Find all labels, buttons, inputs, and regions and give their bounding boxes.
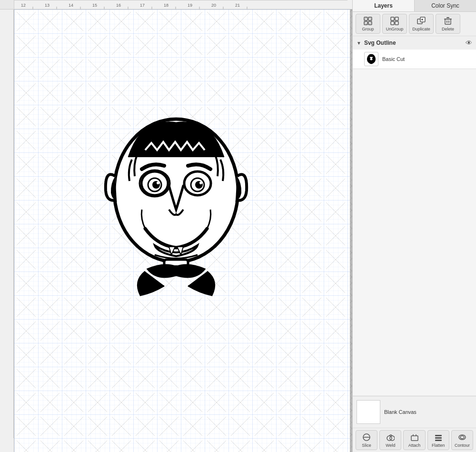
flatten-label: Flatten xyxy=(432,443,445,448)
canvas-area: 12 13 14 15 16 17 18 19 20 21 xyxy=(0,0,352,452)
svg-point-4 xyxy=(157,181,159,184)
weld-label: Weld xyxy=(386,443,395,448)
svg-text:21: 21 xyxy=(235,3,240,8)
delete-label: Delete xyxy=(442,27,454,31)
svg-rect-61 xyxy=(435,435,442,436)
svg-point-53 xyxy=(372,58,374,59)
canvas-label: Blank Canvas xyxy=(384,409,416,415)
group-icon xyxy=(363,16,373,26)
contour-button[interactable]: Contour xyxy=(451,430,473,450)
canvas-white xyxy=(14,10,350,452)
svg-text:13: 13 xyxy=(45,3,50,8)
slice-label: Slice xyxy=(362,443,371,448)
canvas-thumbnail xyxy=(357,400,380,424)
svg-rect-35 xyxy=(368,17,372,20)
tab-layers[interactable]: Layers xyxy=(353,0,415,11)
bottom-toolbar: Slice Weld xyxy=(353,428,476,452)
ruler-vertical xyxy=(0,10,14,452)
svg-text:15: 15 xyxy=(92,3,97,8)
svg-point-9 xyxy=(199,181,202,184)
svg-rect-58 xyxy=(411,436,418,441)
attach-icon xyxy=(410,432,419,442)
contour-icon xyxy=(457,432,467,442)
right-panel: Layers Color Sync Group xyxy=(352,0,476,452)
duplicate-label: Duplicate xyxy=(412,27,430,31)
svg-rect-36 xyxy=(364,21,367,25)
delete-button[interactable]: Delete xyxy=(436,14,460,34)
svg-rect-40 xyxy=(395,17,398,20)
layer-thumbnail xyxy=(364,52,378,66)
layer-group-header[interactable]: ▼ Svg Outline 👁 xyxy=(353,36,476,50)
weld-button[interactable]: Weld xyxy=(379,430,401,450)
svg-rect-47 xyxy=(445,19,451,24)
svg-rect-34 xyxy=(364,17,367,20)
slice-button[interactable]: Slice xyxy=(356,430,377,450)
chevron-icon: ▼ xyxy=(357,40,361,46)
tab-color-sync[interactable]: Color Sync xyxy=(415,0,476,11)
svg-text:12: 12 xyxy=(21,3,26,8)
svg-point-11 xyxy=(170,266,182,275)
canvas-preview: Blank Canvas xyxy=(353,396,476,428)
duplicate-button[interactable]: Duplicate xyxy=(409,14,434,34)
svg-rect-38 xyxy=(365,18,371,24)
svg-rect-62 xyxy=(435,437,442,439)
ungroup-label: UnGroup xyxy=(386,27,404,31)
layer-item[interactable]: Basic Cut xyxy=(353,50,476,69)
svg-text:19: 19 xyxy=(188,3,192,8)
group-label: Group xyxy=(362,27,374,31)
svg-rect-39 xyxy=(391,17,394,20)
tab-bar: Layers Color Sync xyxy=(353,0,476,12)
slice-icon xyxy=(362,432,371,442)
svg-text:17: 17 xyxy=(140,3,145,8)
attach-label: Attach xyxy=(408,443,421,448)
svg-text:16: 16 xyxy=(116,3,121,8)
delete-icon xyxy=(443,16,453,26)
ruler-horizontal: 12 13 14 15 16 17 18 19 20 21 xyxy=(14,0,352,10)
svg-illustration[interactable] xyxy=(71,81,281,300)
panel-toolbar: Group UnGroup xyxy=(353,12,476,36)
flatten-button[interactable]: Flatten xyxy=(427,430,449,450)
svg-point-65 xyxy=(460,436,464,439)
svg-text:14: 14 xyxy=(69,3,73,8)
ungroup-button[interactable]: UnGroup xyxy=(382,14,407,34)
layer-item-label: Basic Cut xyxy=(382,56,405,62)
layer-group-name: Svg Outline xyxy=(364,40,463,46)
svg-point-52 xyxy=(369,58,370,59)
contour-label: Contour xyxy=(455,443,470,448)
flatten-icon xyxy=(434,432,443,442)
layers-content: ▼ Svg Outline 👁 Basic Cut xyxy=(353,36,476,396)
svg-point-57 xyxy=(390,436,395,441)
svg-text:20: 20 xyxy=(211,3,216,8)
group-button[interactable]: Group xyxy=(356,14,380,34)
visibility-eye-icon[interactable]: 👁 xyxy=(466,39,472,47)
svg-text:18: 18 xyxy=(164,3,169,8)
ungroup-icon xyxy=(390,16,399,26)
svg-rect-37 xyxy=(368,21,372,25)
weld-icon xyxy=(386,432,395,442)
layer-group: ▼ Svg Outline 👁 Basic Cut xyxy=(353,36,476,69)
duplicate-icon xyxy=(416,16,426,26)
svg-rect-63 xyxy=(435,440,442,441)
svg-rect-42 xyxy=(395,21,398,25)
svg-rect-41 xyxy=(391,21,394,25)
app-container: 12 13 14 15 16 17 18 19 20 21 xyxy=(0,0,476,452)
attach-button[interactable]: Attach xyxy=(403,430,425,450)
ruler-corner xyxy=(0,0,14,10)
